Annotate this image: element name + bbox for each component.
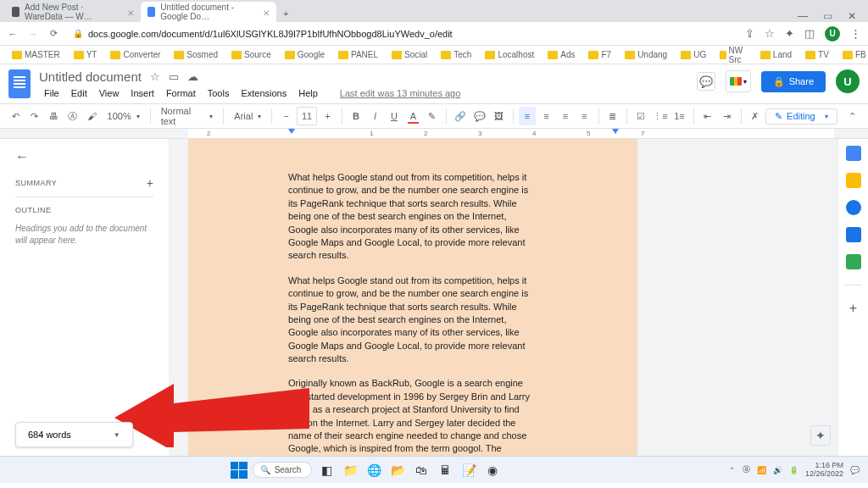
folder-icon[interactable]: 📂 bbox=[388, 461, 407, 480]
menu-tools[interactable]: Tools bbox=[203, 86, 235, 100]
bookmark-item[interactable]: Sosmed bbox=[169, 50, 223, 59]
bookmark-item[interactable]: PANEL bbox=[333, 50, 383, 59]
browser-tab-active[interactable]: Untitled document - Google Do… ✕ bbox=[141, 2, 276, 22]
align-right-button[interactable]: ≡ bbox=[557, 107, 575, 125]
meet-button[interactable]: ▾ bbox=[726, 70, 751, 92]
start-button[interactable] bbox=[231, 462, 248, 479]
bookmark-item[interactable]: NW Src bbox=[715, 46, 752, 64]
font-size-inc-button[interactable]: + bbox=[319, 107, 337, 125]
bullet-list-button[interactable]: ⋮≡ bbox=[652, 107, 670, 125]
highlight-button[interactable]: ✎ bbox=[424, 107, 442, 125]
maximize-icon[interactable]: ▭ bbox=[823, 10, 832, 22]
cloud-icon[interactable]: ☁ bbox=[187, 70, 198, 83]
print-button[interactable]: 🖶 bbox=[45, 107, 63, 125]
word-count-box[interactable]: 684 words ▼ bbox=[15, 422, 133, 447]
zoom-select[interactable]: 100% bbox=[103, 109, 145, 123]
bookmark-item[interactable]: TV bbox=[800, 50, 834, 59]
share-page-icon[interactable]: ⇪ bbox=[745, 27, 754, 40]
font-size-input[interactable]: 11 bbox=[297, 107, 317, 125]
browser-tab[interactable]: Add New Post · WareData — W… ✕ bbox=[5, 2, 141, 22]
task-view-icon[interactable]: ◧ bbox=[317, 461, 336, 480]
move-icon[interactable]: ▭ bbox=[169, 70, 179, 83]
contacts-icon[interactable] bbox=[846, 227, 861, 242]
star-icon[interactable]: ☆ bbox=[150, 70, 160, 83]
spellcheck-button[interactable]: Ⓐ bbox=[64, 107, 82, 125]
menu-help[interactable]: Help bbox=[293, 86, 323, 100]
bookmark-item[interactable]: MASTER bbox=[7, 50, 65, 59]
menu-view[interactable]: View bbox=[94, 86, 125, 100]
bookmark-item[interactable]: FB bbox=[837, 50, 868, 59]
menu-file[interactable]: File bbox=[39, 86, 64, 100]
add-addon-button[interactable]: + bbox=[849, 301, 857, 316]
new-tab-button[interactable]: + bbox=[276, 5, 295, 22]
ruler[interactable]: 2 1 2 3 4 5 7 bbox=[0, 129, 868, 139]
chevron-down-icon[interactable]: ▼ bbox=[114, 431, 120, 439]
close-icon[interactable]: ✕ bbox=[127, 8, 134, 15]
explorer-icon[interactable]: 📁 bbox=[341, 461, 359, 480]
wifi-icon[interactable]: 📶 bbox=[757, 466, 766, 474]
bookmark-item[interactable]: Google bbox=[280, 50, 330, 59]
bookmark-item[interactable]: F7 bbox=[583, 50, 616, 59]
bookmark-item[interactable]: Localhost bbox=[480, 50, 539, 59]
bold-button[interactable]: B bbox=[348, 107, 365, 125]
text-color-button[interactable]: A bbox=[404, 107, 422, 125]
menu-icon[interactable]: ⋮ bbox=[850, 27, 861, 40]
bookmark-item[interactable]: Ads bbox=[542, 50, 580, 59]
link-button[interactable]: 🔗 bbox=[452, 107, 470, 125]
notepad-icon[interactable]: 📝 bbox=[459, 461, 478, 480]
battery-icon[interactable]: 🔋 bbox=[789, 466, 798, 474]
docs-logo-icon[interactable] bbox=[8, 69, 31, 98]
bookmark-item[interactable]: Land bbox=[755, 50, 797, 59]
reload-button[interactable]: ⟳ bbox=[47, 28, 59, 39]
add-summary-button[interactable]: + bbox=[147, 176, 153, 190]
extensions-icon[interactable]: ✦ bbox=[785, 27, 794, 40]
menu-extensions[interactable]: Extensions bbox=[236, 86, 292, 100]
bookmark-item[interactable]: Social bbox=[387, 50, 432, 59]
indent-marker-icon[interactable] bbox=[288, 129, 295, 134]
italic-button[interactable]: I bbox=[366, 107, 384, 125]
last-edit-label[interactable]: Last edit was 13 minutes ago bbox=[335, 86, 465, 100]
line-spacing-button[interactable]: ≣ bbox=[604, 107, 622, 125]
align-left-button[interactable]: ≡ bbox=[519, 107, 537, 125]
collapse-toolbar-button[interactable]: ⌃ bbox=[844, 111, 862, 122]
style-select[interactable]: Normal text bbox=[156, 104, 219, 128]
bookmark-item[interactable]: Undang bbox=[620, 50, 672, 59]
side-panel-icon[interactable]: ◫ bbox=[804, 27, 815, 40]
font-select[interactable]: Arial bbox=[229, 109, 266, 123]
chrome-icon[interactable]: ◉ bbox=[483, 461, 502, 480]
store-icon[interactable]: 🛍 bbox=[412, 461, 431, 480]
keep-icon[interactable] bbox=[846, 173, 861, 188]
bookmark-item[interactable]: UG bbox=[676, 50, 711, 59]
number-list-button[interactable]: 1≡ bbox=[670, 107, 688, 125]
paragraph[interactable]: What helps Google stand out from its com… bbox=[288, 274, 537, 366]
share-button[interactable]: 🔒Share bbox=[761, 71, 826, 92]
comment-history-icon[interactable]: 💬 bbox=[697, 72, 715, 91]
paint-format-button[interactable]: 🖌 bbox=[83, 107, 101, 125]
doc-title-input[interactable]: Untitled document bbox=[39, 69, 142, 84]
bookmark-item[interactable]: Source bbox=[226, 50, 276, 59]
volume-icon[interactable]: 🔊 bbox=[773, 466, 782, 474]
maps-icon[interactable] bbox=[846, 254, 861, 269]
chevron-up-icon[interactable]: ⌃ bbox=[729, 466, 736, 474]
back-button[interactable]: ← bbox=[7, 29, 19, 39]
system-tray[interactable]: ⌃ ⓐ 📶 🔊 🔋 1:16 PM 12/26/2022 💬 bbox=[729, 462, 860, 479]
tasks-icon[interactable] bbox=[846, 200, 861, 215]
editing-mode-button[interactable]: Editing▾ bbox=[765, 108, 837, 125]
menu-insert[interactable]: Insert bbox=[125, 86, 159, 100]
language-icon[interactable]: ⓐ bbox=[743, 464, 750, 475]
calculator-icon[interactable]: 🖩 bbox=[436, 461, 454, 480]
menu-format[interactable]: Format bbox=[161, 86, 201, 100]
bookmark-item[interactable]: YT bbox=[69, 50, 103, 59]
account-avatar[interactable]: U bbox=[836, 69, 860, 93]
forward-button[interactable]: → bbox=[27, 29, 39, 39]
menu-edit[interactable]: Edit bbox=[66, 86, 92, 100]
notifications-icon[interactable]: 💬 bbox=[850, 466, 860, 474]
bookmark-item[interactable]: Converter bbox=[105, 50, 165, 59]
close-outline-button[interactable]: ← bbox=[15, 149, 153, 164]
checklist-button[interactable]: ☑ bbox=[632, 107, 650, 125]
clear-format-button[interactable]: ✗ bbox=[747, 107, 765, 125]
align-center-button[interactable]: ≡ bbox=[537, 107, 555, 125]
paragraph[interactable]: Originally known as BackRub, Google is a… bbox=[288, 377, 537, 456]
document-canvas[interactable]: What helps Google stand out from its com… bbox=[170, 139, 837, 456]
underline-button[interactable]: U bbox=[386, 107, 403, 125]
